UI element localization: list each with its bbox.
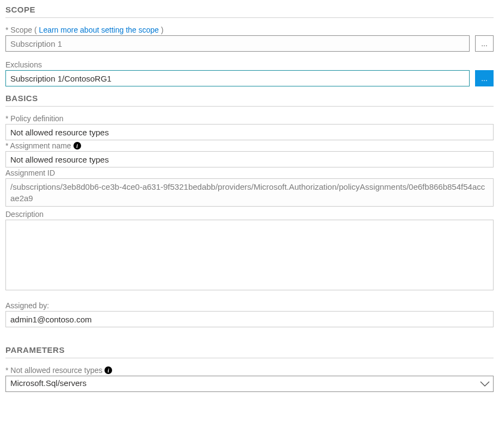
scope-label-suffix: ) [161,26,164,34]
scope-input[interactable] [5,35,470,52]
assignment-id-label: Assignment ID [5,169,494,177]
field-assigned-by: Assigned by: [5,301,494,327]
description-label: Description [5,210,494,219]
assignment-name-label-text: * Assignment name [5,141,71,150]
assignment-name-input[interactable] [5,151,494,167]
not-allowed-types-label-text: * Not allowed resource types [5,366,102,375]
section-header-scope: SCOPE [5,3,494,17]
scope-label: * Scope ( Learn more about setting the s… [5,26,494,34]
section-header-basics: BASICS [5,92,494,106]
exclusions-input[interactable] [5,70,470,86]
info-icon[interactable]: i [104,366,112,374]
section-header-parameters: PARAMETERS [5,344,494,358]
scope-picker-button[interactable]: ... [475,35,494,52]
exclusions-label: Exclusions [5,60,494,69]
assigned-by-label: Assigned by: [5,301,494,310]
assignment-name-label: * Assignment name i [5,141,494,150]
divider [5,106,494,107]
divider [5,358,494,358]
not-allowed-types-select[interactable]: Microsoft.Sql/servers [5,376,494,392]
assigned-by-input[interactable] [5,311,494,327]
field-assignment-id: Assignment ID /subscriptions/3eb8d0b6-ce… [5,169,494,207]
field-exclusions: Exclusions ... [5,60,494,86]
description-input[interactable] [5,220,494,290]
divider [5,17,494,18]
field-not-allowed-types: * Not allowed resource types i Microsoft… [5,366,494,392]
info-icon[interactable]: i [73,142,81,150]
field-description: Description [5,210,494,293]
policy-definition-input[interactable] [5,124,494,140]
field-assignment-name: * Assignment name i [5,141,494,167]
scope-label-prefix: * Scope ( [5,26,37,34]
field-policy-definition: * Policy definition [5,114,494,140]
exclusions-picker-button[interactable]: ... [475,70,494,86]
not-allowed-types-value[interactable]: Microsoft.Sql/servers [5,376,494,392]
policy-definition-label: * Policy definition [5,114,494,123]
assignment-id-value: /subscriptions/3eb8d0b6-ce3b-4ce0-a631-9… [5,178,494,207]
not-allowed-types-label: * Not allowed resource types i [5,366,494,375]
field-scope: * Scope ( Learn more about setting the s… [5,26,494,52]
scope-learn-more-link[interactable]: Learn more about setting the scope [39,26,159,34]
